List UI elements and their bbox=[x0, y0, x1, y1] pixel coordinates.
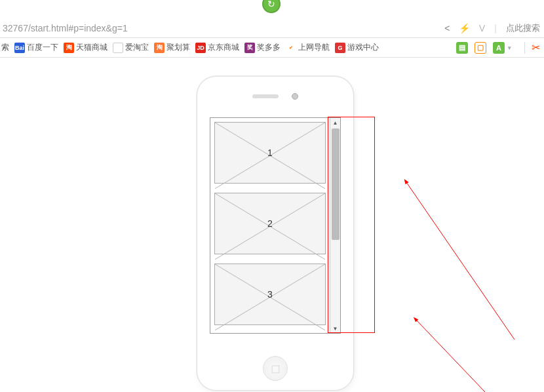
card-number: 3 bbox=[267, 289, 273, 300]
ext-tv-icon[interactable]: ▢ bbox=[475, 42, 486, 54]
screen-list[interactable]: 1 2 3 bbox=[210, 118, 330, 333]
bookmark-label: 天猫商城 bbox=[76, 42, 107, 53]
divider bbox=[524, 42, 525, 54]
svg-line-6 bbox=[406, 182, 515, 340]
bookmark-item-game[interactable]: G 游戏中心 bbox=[335, 42, 379, 53]
bookmark-item[interactable]: 索 bbox=[1, 42, 9, 53]
address-bar-right: < ⚡ ⋁ | 点此搜索 bbox=[444, 22, 540, 34]
share-icon[interactable]: < bbox=[444, 23, 450, 33]
home-button[interactable]: ◻ bbox=[263, 356, 288, 381]
phone-camera bbox=[292, 93, 298, 100]
card-number: 2 bbox=[267, 218, 273, 229]
phone-mockup: 1 2 3 ▲ ▼ ◻ bbox=[197, 76, 354, 391]
tmall-icon: 淘 bbox=[64, 43, 74, 53]
bookmark-item-jiang[interactable]: 奖 奖多多 bbox=[244, 42, 281, 53]
lightning-icon[interactable]: ⚡ bbox=[459, 23, 470, 33]
jiang-icon: 奖 bbox=[244, 43, 255, 53]
svg-line-7 bbox=[416, 320, 485, 392]
address-bar: 32767/start.html#p=index&g=1 < ⚡ ⋁ | 点此搜… bbox=[0, 18, 544, 38]
list-item[interactable]: 1 bbox=[214, 122, 326, 184]
ext-translate-icon[interactable]: A bbox=[493, 42, 505, 54]
extension-icons: ▤ ▢ A ✂ bbox=[456, 41, 540, 54]
bookmark-label: 游戏中心 bbox=[347, 42, 379, 53]
scroll-thumb[interactable] bbox=[332, 128, 340, 240]
list-item[interactable]: 3 bbox=[214, 264, 326, 325]
bookmark-label: 京东商城 bbox=[208, 42, 239, 53]
aitaobao-icon bbox=[113, 43, 123, 53]
bookmark-item-tmall[interactable]: 淘 天猫商城 bbox=[64, 42, 107, 53]
page-canvas: 1 2 3 ▲ ▼ ◻ bbox=[0, 58, 544, 392]
bookmark-label: 索 bbox=[1, 42, 9, 53]
chevron-down-icon[interactable]: ⋁ bbox=[479, 24, 485, 32]
juhuasuan-icon: 淘 bbox=[154, 43, 165, 53]
ext-book-icon[interactable]: ▤ bbox=[456, 42, 468, 54]
baidu-icon: Bai bbox=[14, 43, 25, 53]
bookmark-label: 奖多多 bbox=[257, 42, 281, 53]
bookmark-item-jd[interactable]: JD 京东商城 bbox=[195, 42, 239, 53]
jd-icon: JD bbox=[195, 43, 206, 53]
game-icon: G bbox=[335, 43, 345, 53]
tab-refresh-icon[interactable]: ↻ bbox=[262, 0, 281, 13]
phone-speaker bbox=[252, 94, 279, 98]
search-input[interactable]: 点此搜索 bbox=[506, 22, 540, 34]
bookmark-label: 爱淘宝 bbox=[125, 42, 149, 53]
bookmark-item-juhuasuan[interactable]: 淘 聚划算 bbox=[154, 42, 190, 53]
url-text[interactable]: 32767/start.html#p=index&g=1 bbox=[3, 23, 128, 33]
scissor-icon[interactable]: ✂ bbox=[532, 41, 540, 54]
phone-screen: 1 2 3 ▲ ▼ bbox=[210, 117, 341, 334]
bookmark-bar: 索 Bai 百度一下 淘 天猫商城 爱淘宝 淘 聚划算 JD 京东商城 奖 奖多… bbox=[0, 38, 544, 58]
phone-top bbox=[197, 77, 353, 116]
bookmark-label: 聚划算 bbox=[166, 42, 190, 53]
hao-icon: ✔ bbox=[286, 43, 296, 53]
bookmark-label: 百度一下 bbox=[27, 42, 58, 53]
card-number: 1 bbox=[267, 147, 273, 158]
list-item[interactable]: 2 bbox=[214, 193, 326, 254]
scroll-down-icon[interactable]: ▼ bbox=[330, 324, 340, 333]
bookmark-item-hao[interactable]: ✔ 上网导航 bbox=[286, 42, 330, 53]
bookmark-item-baidu[interactable]: Bai 百度一下 bbox=[14, 42, 58, 53]
bookmark-item-aitaobao[interactable]: 爱淘宝 bbox=[113, 42, 149, 53]
scroll-up-icon[interactable]: ▲ bbox=[330, 118, 340, 127]
bookmark-label: 上网导航 bbox=[298, 42, 330, 53]
scrollbar[interactable]: ▲ ▼ bbox=[330, 118, 340, 333]
